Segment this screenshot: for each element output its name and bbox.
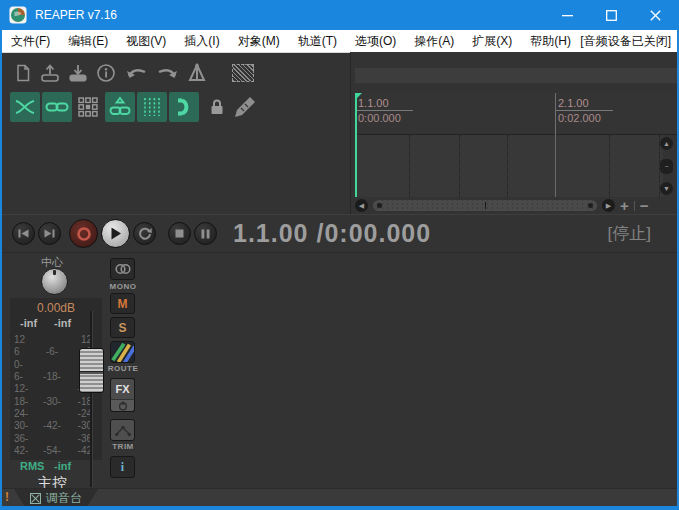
crossfade-toggle-button[interactable]: [10, 92, 40, 122]
repeat-button[interactable]: [133, 222, 156, 245]
lock-icon: [207, 97, 227, 117]
volume-fader-handle[interactable]: [79, 348, 104, 393]
title-bar[interactable]: REAPER v7.16: [2, 0, 677, 30]
scrollbar-end-cap: [377, 203, 382, 208]
edit-behavior-button[interactable]: [230, 92, 260, 122]
envelope-group-button[interactable]: [105, 92, 135, 122]
window-title: REAPER v7.16: [35, 8, 117, 22]
track-area[interactable]: [355, 135, 663, 197]
edit-cursor-flag: [355, 93, 362, 100]
menu-extensions[interactable]: 扩展(X): [463, 30, 521, 52]
zoom-out-button[interactable]: −: [635, 197, 654, 214]
redo-button[interactable]: [154, 60, 180, 86]
record-button[interactable]: [69, 219, 98, 248]
project-settings-button[interactable]: [93, 60, 119, 86]
track-list-header: [355, 68, 678, 83]
pan-knob[interactable]: [41, 268, 68, 295]
volume-readout: 0.00dB: [10, 301, 102, 315]
solo-button[interactable]: S: [110, 317, 135, 338]
minimize-button[interactable]: [545, 0, 589, 30]
window-border: [2, 506, 677, 510]
zoom-out-vertical-button[interactable]: −: [660, 159, 673, 174]
reaper-window: REAPER v7.16 文件(F) 编辑(E) 视图(V) 插入(I) 对象(…: [0, 0, 679, 510]
route-button[interactable]: [110, 341, 135, 363]
undo-icon: [125, 63, 149, 83]
status-alert[interactable]: !: [5, 490, 9, 504]
info-icon: [95, 62, 117, 84]
arrange-view[interactable]: 1.1.00 0:00.000 2.1.00 0:02.000 ▲ − ▼ ◀: [350, 52, 677, 214]
horizontal-scrollbar[interactable]: [373, 200, 597, 211]
item-grouping-button[interactable]: [42, 92, 72, 122]
transport-time-display[interactable]: 1.1.00 /0:00.000: [233, 219, 431, 248]
zoom-in-button[interactable]: +: [615, 197, 634, 214]
maximize-button[interactable]: [589, 0, 633, 30]
menu-help[interactable]: 帮助(H): [521, 30, 580, 52]
scroll-left-button[interactable]: ◀: [355, 199, 368, 212]
docker-tab-label: 调音台: [46, 490, 82, 507]
pause-button[interactable]: [194, 222, 217, 245]
track-info-button[interactable]: i: [110, 456, 135, 478]
magnet-icon: [173, 96, 195, 118]
trim-label: TRIM: [107, 442, 139, 451]
grid-line-measure: [555, 135, 556, 197]
open-project-button[interactable]: [37, 60, 63, 86]
ruler-marker: 1.1.00 0:00.000: [355, 96, 413, 125]
menu-file[interactable]: 文件(F): [2, 30, 59, 52]
undo-button[interactable]: [124, 60, 150, 86]
menu-item[interactable]: 对象(M): [229, 30, 289, 52]
trim-button[interactable]: [110, 419, 135, 441]
scroll-right-button[interactable]: ▶: [602, 199, 615, 212]
menu-track[interactable]: 轨道(T): [289, 30, 346, 52]
fx-bypass-button[interactable]: [110, 399, 135, 412]
mono-icon: [114, 262, 132, 276]
go-to-start-button[interactable]: [12, 222, 35, 245]
snap-toggle-button[interactable]: [169, 92, 199, 122]
menu-insert[interactable]: 插入(I): [175, 30, 228, 52]
ruler-time: 0:02.000: [555, 111, 613, 125]
peak-left: -inf: [20, 317, 37, 329]
edit-cursor: [355, 93, 357, 197]
menu-options[interactable]: 选项(O): [346, 30, 405, 52]
horizontal-scrollbar-row: ◀ ▶ + −: [355, 197, 678, 214]
metronome-button[interactable]: [184, 60, 210, 86]
play-button[interactable]: [101, 219, 130, 248]
go-to-end-icon: [44, 229, 55, 238]
grid-line: [409, 135, 410, 197]
volume-fader-track[interactable]: [90, 311, 93, 487]
mixer-docker-tab[interactable]: 调音台: [14, 489, 98, 507]
grid-toggle-button[interactable]: [137, 92, 167, 122]
go-to-start-icon: [18, 229, 29, 238]
menu-bar: 文件(F) 编辑(E) 视图(V) 插入(I) 对象(M) 轨道(T) 选项(O…: [2, 30, 677, 53]
peak-right: -inf: [54, 317, 71, 329]
close-button[interactable]: [633, 0, 677, 30]
new-project-button[interactable]: [10, 60, 36, 86]
menu-actions[interactable]: 操作(A): [405, 30, 463, 52]
go-to-end-button[interactable]: [38, 222, 61, 245]
rms-value: -inf: [54, 460, 71, 472]
mute-button[interactable]: M: [110, 293, 135, 314]
repeat-icon: [138, 227, 152, 241]
save-project-button[interactable]: [65, 60, 91, 86]
vertical-scrollbar[interactable]: ▲ − ▼: [657, 135, 676, 197]
power-icon: [118, 401, 128, 411]
lock-button[interactable]: [202, 92, 232, 122]
envelope-group-icon: [108, 96, 132, 118]
scroll-down-button[interactable]: ▼: [660, 182, 673, 195]
close-docker-icon[interactable]: [30, 493, 41, 504]
fx-button[interactable]: FX: [110, 378, 135, 399]
menu-edit[interactable]: 编辑(E): [59, 30, 117, 52]
grid-line: [609, 135, 610, 197]
route-icon: [111, 341, 134, 363]
pause-icon: [201, 229, 210, 239]
audio-device-status[interactable]: [音频设备已关闭]: [580, 33, 671, 50]
stop-button[interactable]: [168, 222, 191, 245]
measure-line: [555, 93, 556, 135]
dim-items-button[interactable]: [73, 92, 103, 122]
scroll-up-button[interactable]: ▲: [660, 137, 673, 150]
marquee-select-button[interactable]: [230, 60, 256, 86]
ruler-beat: 2.1.00: [555, 96, 613, 111]
menu-view[interactable]: 视图(V): [117, 30, 175, 52]
mono-label: MONO: [107, 282, 139, 291]
save-icon: [67, 62, 89, 84]
mono-button[interactable]: [110, 258, 135, 280]
